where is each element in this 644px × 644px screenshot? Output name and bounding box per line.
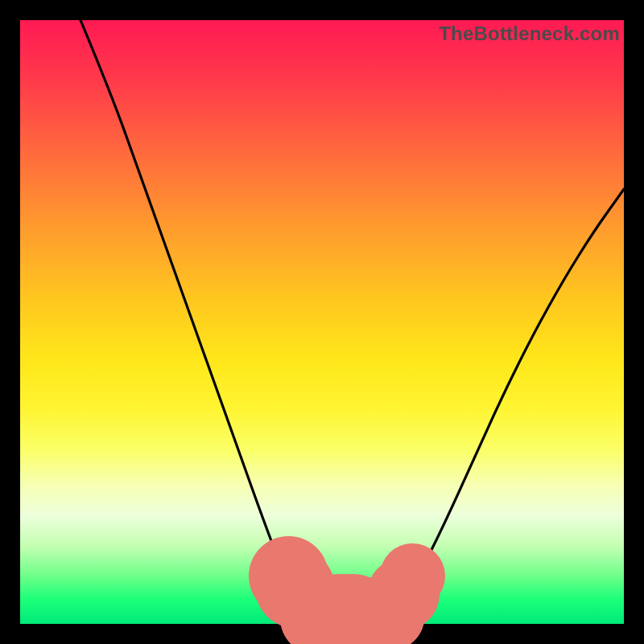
chart-plot-area — [20, 20, 624, 624]
dot-right-c — [380, 543, 445, 609]
chart-frame: TheBottleneck.com — [0, 0, 644, 644]
watermark-label: TheBottleneck.com — [439, 23, 620, 45]
bottleneck-curve — [20, 20, 624, 624]
